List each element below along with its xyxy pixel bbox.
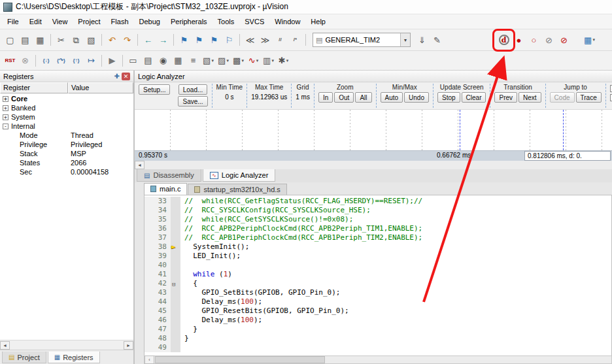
target-select[interactable]: ▤ GENERAL_TIM2 ▾ bbox=[313, 33, 411, 47]
tab-startup-asm[interactable]: startup_stm32f10x_hd.s bbox=[188, 184, 286, 195]
tab-disassembly[interactable]: ▤ Disassembly bbox=[137, 169, 201, 182]
minmax-undo-button[interactable]: Undo bbox=[404, 92, 429, 103]
transition-next-button[interactable]: Next bbox=[518, 92, 541, 103]
register-row[interactable]: +Banked bbox=[0, 103, 133, 112]
register-row[interactable]: -Internal bbox=[0, 122, 133, 131]
code-margin[interactable] bbox=[171, 270, 180, 279]
paste-icon[interactable]: ▧ bbox=[84, 33, 99, 48]
collapse-icon[interactable]: - bbox=[3, 124, 8, 129]
editor-hscrollbar[interactable]: ‹ bbox=[144, 356, 612, 364]
menu-view[interactable]: View bbox=[47, 16, 73, 27]
registers-hscrollbar[interactable]: ◄ ► bbox=[0, 340, 133, 350]
clear-bookmarks-icon[interactable]: ⚐ bbox=[222, 33, 237, 48]
register-row[interactable]: +Core bbox=[0, 94, 133, 103]
minmax-auto-button[interactable]: Auto bbox=[381, 92, 403, 103]
tab-logic-analyzer[interactable]: ∿ Logic Analyzer bbox=[203, 169, 276, 182]
setup-button[interactable]: Setup... bbox=[139, 84, 170, 95]
copy-icon[interactable]: ⧉ bbox=[69, 33, 84, 48]
start-stop-debug-icon[interactable]: d bbox=[496, 33, 511, 48]
jump-code-button[interactable]: Code bbox=[550, 92, 575, 103]
menu-flash[interactable]: Flash bbox=[106, 16, 134, 27]
code-margin[interactable] bbox=[171, 197, 180, 206]
menu-window[interactable]: Window bbox=[269, 16, 305, 27]
command-window-icon[interactable]: ▭ bbox=[126, 53, 141, 68]
code-editor[interactable]: 33// while(RCC_GetFlagStatus(RCC_FLAG_HS… bbox=[144, 195, 612, 356]
step-into-icon[interactable]: {↓} bbox=[39, 53, 54, 68]
menu-help[interactable]: Help bbox=[305, 16, 331, 27]
tab-main-c[interactable]: main.c bbox=[144, 183, 187, 195]
code-margin[interactable] bbox=[171, 343, 180, 352]
unindent-icon[interactable]: ≪ bbox=[243, 33, 258, 48]
save-button[interactable]: Save... bbox=[178, 96, 207, 107]
save-icon[interactable]: ▦ bbox=[33, 33, 48, 48]
update-stop-button[interactable]: Stop bbox=[437, 92, 460, 103]
zoom-all-button[interactable]: All bbox=[355, 92, 371, 103]
transition-prev-button[interactable]: Prev bbox=[494, 92, 517, 103]
tab-registers[interactable]: ▦ Registers bbox=[48, 352, 100, 363]
zoom-in-button[interactable]: In bbox=[318, 92, 333, 103]
disassembly-window-icon[interactable]: ▤ bbox=[141, 53, 156, 68]
column-register[interactable]: Register bbox=[0, 82, 68, 93]
step-over-icon[interactable]: {↷} bbox=[54, 53, 69, 68]
call-stack-window-icon[interactable]: ≡ bbox=[186, 53, 201, 68]
register-row[interactable]: States2066 bbox=[0, 158, 133, 167]
pin-icon[interactable]: ✚ bbox=[114, 73, 120, 80]
menu-debug[interactable]: Debug bbox=[134, 16, 165, 27]
chevron-down-icon[interactable]: ▾ bbox=[400, 33, 410, 46]
disable-all-breakpoints-icon[interactable]: ⊘ bbox=[541, 33, 556, 48]
enable-disable-breakpoint-icon[interactable]: ○ bbox=[526, 33, 541, 48]
scroll-right-icon[interactable]: ► bbox=[124, 341, 133, 350]
undo-icon[interactable]: ↶ bbox=[105, 33, 120, 48]
system-viewer-icon[interactable]: ▥▾ bbox=[261, 53, 276, 68]
column-value[interactable]: Value bbox=[68, 82, 133, 93]
logic-analyzer-header[interactable]: Logic Analyzer bbox=[135, 71, 612, 82]
close-icon[interactable]: ✕ bbox=[122, 73, 130, 80]
code-margin[interactable] bbox=[171, 316, 180, 325]
menu-svcs[interactable]: SVCS bbox=[239, 16, 269, 27]
flash-download-icon[interactable]: ⇓ bbox=[415, 33, 430, 48]
la-hscrollbar[interactable]: ◄ bbox=[135, 161, 612, 169]
code-margin[interactable] bbox=[171, 325, 180, 334]
waveform-area[interactable] bbox=[135, 110, 612, 150]
run-to-cursor-icon[interactable]: ↦ bbox=[84, 53, 99, 68]
menu-project[interactable]: Project bbox=[73, 16, 105, 27]
register-row[interactable]: StackMSP bbox=[0, 149, 133, 158]
menu-peripherals[interactable]: Peripherals bbox=[165, 16, 212, 27]
analysis-window-icon[interactable]: ∿▾ bbox=[246, 53, 261, 68]
registers-panel-header[interactable]: Registers ✚ ✕ bbox=[0, 71, 133, 82]
previous-bookmark-icon[interactable]: ⚑ bbox=[192, 33, 207, 48]
reset-cpu-icon[interactable]: RST bbox=[3, 53, 18, 68]
registers-window-icon[interactable]: ▦ bbox=[171, 53, 186, 68]
scroll-left-icon[interactable]: ‹ bbox=[144, 356, 154, 364]
update-clear-button[interactable]: Clear bbox=[462, 92, 486, 103]
stop-icon[interactable]: ⊗ bbox=[18, 53, 33, 68]
fold-toggle-icon[interactable]: ⊟ bbox=[172, 280, 175, 289]
new-file-icon[interactable]: ▢ bbox=[3, 33, 18, 48]
serial-window-icon[interactable]: ▩▾ bbox=[231, 53, 246, 68]
tab-project[interactable]: ▤ Project bbox=[2, 352, 46, 363]
menu-file[interactable]: File bbox=[2, 16, 24, 27]
load-button[interactable]: Load... bbox=[178, 84, 208, 95]
code-margin[interactable] bbox=[171, 306, 180, 316]
scroll-left-icon[interactable]: ◄ bbox=[0, 341, 10, 350]
next-bookmark-icon[interactable]: ⚑ bbox=[207, 33, 222, 48]
step-out-icon[interactable]: {↑} bbox=[69, 53, 84, 68]
code-margin[interactable] bbox=[171, 297, 180, 306]
navigate-forward-icon[interactable]: → bbox=[156, 33, 171, 48]
register-row[interactable]: +System bbox=[0, 112, 133, 122]
expand-icon[interactable]: + bbox=[3, 105, 8, 111]
menu-edit[interactable]: Edit bbox=[24, 16, 47, 27]
watch-window-icon[interactable]: ▧▾ bbox=[201, 53, 216, 68]
symbol-window-icon[interactable]: ◉ bbox=[156, 53, 171, 68]
cut-icon[interactable]: ✂ bbox=[54, 33, 69, 48]
options-for-target-icon[interactable]: ✎ bbox=[430, 33, 445, 48]
code-margin[interactable] bbox=[171, 224, 180, 233]
expand-icon[interactable]: + bbox=[3, 114, 8, 120]
navigate-back-icon[interactable]: ← bbox=[141, 33, 156, 48]
code-margin[interactable] bbox=[171, 215, 180, 224]
scrollbar-thumb[interactable] bbox=[155, 356, 325, 363]
kill-all-breakpoints-icon[interactable]: ⊘ bbox=[556, 33, 571, 48]
indent-icon[interactable]: ≫ bbox=[258, 33, 273, 48]
memory-window-icon[interactable]: ▨▾ bbox=[216, 53, 231, 68]
toolbox-icon[interactable]: ✱▾ bbox=[276, 53, 291, 68]
